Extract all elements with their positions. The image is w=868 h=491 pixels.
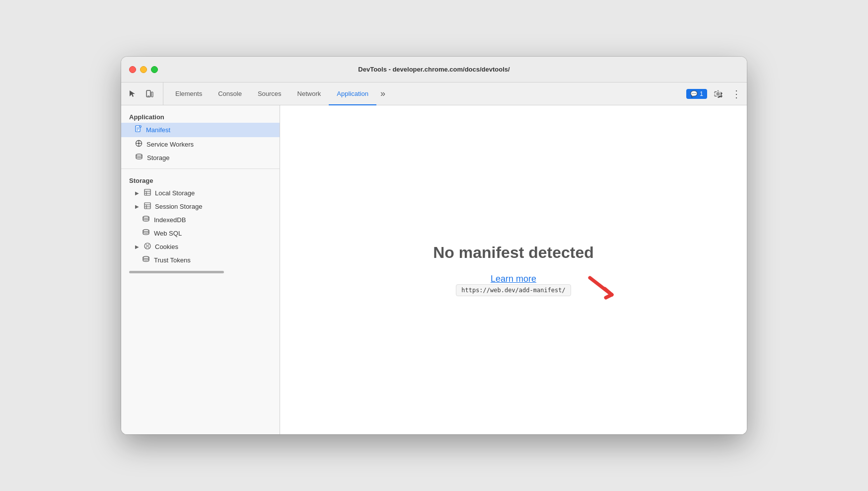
sidebar-item-storage[interactable]: Storage [121, 151, 280, 164]
sidebar-item-web-sql[interactable]: Web SQL [121, 227, 280, 240]
devtools-icon-group [125, 82, 163, 105]
red-arrow-annotation [586, 274, 616, 303]
svg-point-9 [138, 143, 140, 145]
no-manifest-title: No manifest detected [433, 244, 594, 262]
tab-sources[interactable]: Sources [250, 83, 289, 105]
tab-application[interactable]: Application [329, 83, 376, 105]
device-toolbar-button[interactable] [142, 86, 157, 101]
session-storage-arrow: ▶ [135, 204, 139, 209]
svg-point-29 [148, 246, 149, 247]
toolbar-right: 💬 1 ⋮ [686, 82, 743, 105]
svg-point-26 [146, 245, 147, 246]
devtools-window: DevTools - developer.chrome.com/docs/dev… [121, 57, 747, 434]
minimize-button[interactable] [140, 66, 147, 73]
svg-point-23 [143, 216, 149, 218]
web-sql-label: Web SQL [154, 230, 182, 237]
devtools-body: Application Manifest [121, 105, 747, 434]
sidebar-item-service-workers[interactable]: Service Workers [121, 137, 280, 151]
sidebar-item-local-storage[interactable]: ▶ Local Storage [121, 186, 280, 200]
sidebar-item-trust-tokens[interactable]: Trust Tokens [121, 253, 280, 267]
sidebar-item-indexeddb[interactable]: IndexedDB [121, 213, 280, 227]
window-title: DevTools - developer.chrome.com/docs/dev… [358, 66, 509, 73]
session-storage-icon [144, 202, 151, 211]
application-section-header: Application [121, 109, 280, 123]
tab-list: Elements Console Sources Network Applica… [167, 82, 686, 105]
issues-count: 1 [700, 90, 703, 97]
storage-icon [135, 154, 143, 162]
svg-point-27 [148, 245, 149, 246]
manifest-icon [135, 125, 142, 135]
tab-elements[interactable]: Elements [167, 83, 210, 105]
svg-rect-1 [151, 92, 153, 97]
svg-point-14 [136, 154, 142, 156]
manifest-label: Manifest [146, 126, 170, 134]
svg-rect-4 [140, 126, 141, 127]
tab-console[interactable]: Console [210, 83, 250, 105]
trust-tokens-icon [142, 256, 150, 264]
session-storage-label: Session Storage [155, 203, 202, 210]
no-manifest-container: No manifest detected Learn more https://… [433, 244, 594, 296]
cookies-arrow: ▶ [135, 244, 139, 249]
indexeddb-label: IndexedDB [154, 216, 186, 224]
sidebar-scrollbar-thumb [129, 271, 224, 273]
cursor-tool-button[interactable] [125, 86, 140, 101]
issues-badge[interactable]: 💬 1 [686, 89, 707, 99]
svg-point-30 [147, 246, 148, 246]
more-options-button[interactable]: ⋮ [729, 87, 743, 101]
tab-network[interactable]: Network [289, 83, 329, 105]
svg-rect-19 [145, 203, 150, 209]
service-workers-icon [135, 140, 143, 149]
web-sql-icon [142, 229, 150, 238]
storage-section-header: Storage [121, 173, 280, 186]
traffic-lights [129, 66, 158, 73]
sidebar-item-cookies[interactable]: ▶ Cookies [121, 240, 280, 253]
indexeddb-icon [142, 216, 150, 224]
titlebar: DevTools - developer.chrome.com/docs/dev… [121, 57, 747, 82]
svg-rect-15 [145, 189, 150, 195]
svg-point-24 [143, 230, 149, 232]
url-tooltip: https://web.dev/add-manifest/ [456, 284, 571, 296]
issues-icon: 💬 [690, 90, 698, 97]
sidebar-divider-1 [121, 168, 280, 169]
maximize-button[interactable] [151, 66, 158, 73]
local-storage-arrow: ▶ [135, 190, 139, 196]
sidebar-item-manifest[interactable]: Manifest [121, 123, 280, 137]
service-workers-label: Service Workers [146, 141, 194, 148]
main-panel: No manifest detected Learn more https://… [280, 105, 747, 434]
storage-label: Storage [147, 154, 170, 162]
sidebar-item-session-storage[interactable]: ▶ Session Storage [121, 200, 280, 213]
svg-point-31 [143, 256, 149, 258]
trust-tokens-label: Trust Tokens [154, 256, 191, 264]
learn-more-link[interactable]: Learn more [491, 274, 536, 284]
cookies-icon [144, 243, 151, 251]
svg-point-28 [146, 246, 147, 247]
devtools-tabbar: Elements Console Sources Network Applica… [121, 82, 747, 105]
cookies-label: Cookies [155, 243, 178, 250]
settings-button[interactable] [711, 87, 725, 101]
close-button[interactable] [129, 66, 136, 73]
local-storage-label: Local Storage [155, 189, 195, 197]
sidebar: Application Manifest [121, 105, 280, 434]
local-storage-icon [144, 189, 151, 197]
more-tabs-button[interactable]: » [376, 82, 389, 105]
